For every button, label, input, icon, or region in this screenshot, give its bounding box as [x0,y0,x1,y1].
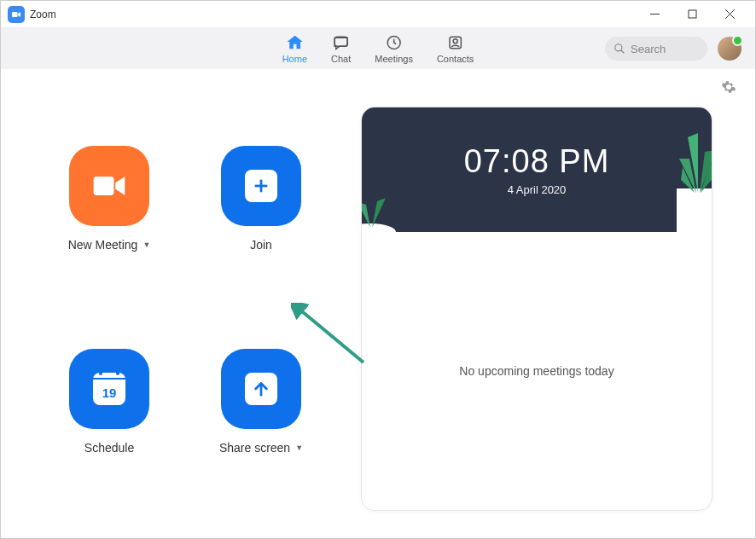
window-minimize-button[interactable] [636,2,673,27]
tab-chat-label: Chat [331,54,351,64]
chevron-down-icon: ▼ [295,443,303,452]
chat-icon [332,33,351,52]
tab-home[interactable]: Home [282,33,307,64]
svg-point-9 [615,44,622,51]
window-maximize-button[interactable] [673,2,711,27]
panel-status: No upcoming meetings today [362,232,712,510]
schedule-button[interactable]: 19 [69,349,149,429]
app-icon [8,6,25,23]
tab-contacts[interactable]: Contacts [437,33,474,64]
action-join: Join [195,146,327,308]
home-icon [285,33,304,52]
meetings-panel: 07:08 PM 4 April 2020 No upcoming meetin… [361,107,712,511]
svg-rect-0 [12,12,18,17]
search-input[interactable]: Search [605,37,707,61]
search-placeholder: Search [631,43,666,55]
arrow-up-icon [252,380,270,398]
schedule-label: Schedule [84,441,134,455]
action-share-screen: Share screen ▼ [195,349,327,511]
tab-meetings[interactable]: Meetings [375,33,413,64]
svg-point-8 [453,39,457,43]
svg-rect-15 [677,188,712,232]
window-title: Zoom [30,9,56,20]
window-close-button[interactable] [711,2,748,27]
calendar-day: 19 [102,385,117,400]
join-button[interactable] [221,146,301,226]
plus-icon [252,177,270,195]
panel-date: 4 April 2020 [508,183,567,196]
share-screen-label[interactable]: Share screen ▼ [219,441,303,455]
svg-line-10 [621,50,625,54]
new-meeting-label[interactable]: New Meeting ▼ [68,238,151,252]
settings-button[interactable] [721,79,736,98]
svg-rect-17 [362,230,394,232]
contacts-icon [446,33,465,52]
home-content: New Meeting ▼ Join 19 Schedule [1,98,755,536]
main-toolbar: Home Chat Meetings Contacts Search [1,28,755,69]
join-label: Join [250,238,272,252]
chevron-down-icon: ▼ [142,241,150,249]
tab-home-label: Home [282,54,307,64]
search-icon [614,43,625,55]
tab-meetings-label: Meetings [375,54,413,64]
action-new-meeting: New Meeting ▼ [44,146,175,308]
video-icon [90,167,128,205]
gear-icon [721,79,736,95]
plant-decoration-right [630,116,712,232]
tab-chat[interactable]: Chat [331,33,351,64]
share-screen-button[interactable] [221,349,301,429]
panel-time: 07:08 PM [464,143,610,180]
svg-rect-5 [334,37,347,46]
new-meeting-button[interactable] [69,146,149,226]
action-grid: New Meeting ▼ Join 19 Schedule [44,107,327,511]
nav-tabs: Home Chat Meetings Contacts [282,33,474,64]
profile-avatar[interactable] [718,37,741,61]
plant-decoration-left [362,181,413,232]
panel-hero: 07:08 PM 4 April 2020 [362,107,712,232]
svg-rect-2 [689,10,696,18]
action-schedule: 19 Schedule [44,349,175,511]
clock-icon [385,33,404,52]
svg-rect-11 [94,177,114,195]
window-titlebar: Zoom [1,1,755,28]
tab-contacts-label: Contacts [437,54,474,64]
